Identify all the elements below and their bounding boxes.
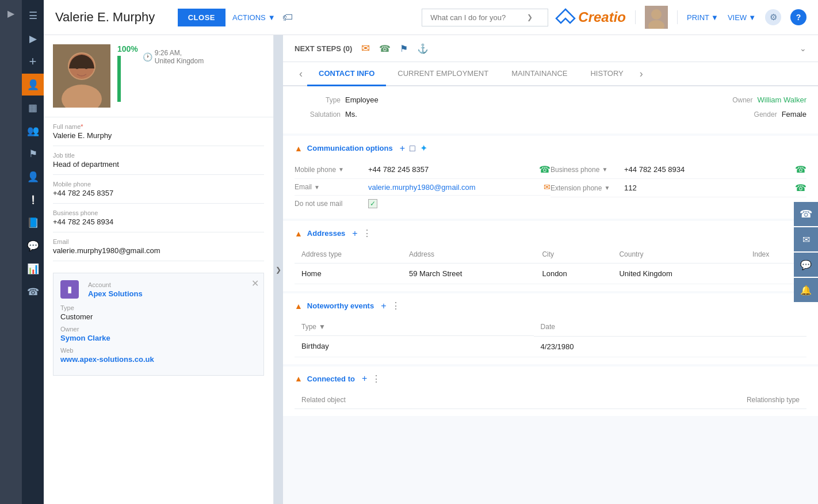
twitter-icon[interactable]: ✦ xyxy=(420,143,427,154)
sidebar-item-opportunities[interactable]: ⚑ xyxy=(22,143,44,165)
creatio-logo-icon xyxy=(555,8,576,25)
email-send-icon[interactable]: ✉ xyxy=(544,182,551,192)
tab-contact-info[interactable]: CONTACT INFO xyxy=(307,62,386,86)
print-button[interactable]: PRINT ▼ xyxy=(687,13,718,22)
addr-col-city: City xyxy=(535,246,612,264)
communication-collapse-icon[interactable]: ▲ xyxy=(295,144,303,153)
sidebar-item-analytics[interactable]: 📊 xyxy=(22,258,44,280)
right-actions: ☎ ✉ 💬 🔔 xyxy=(794,202,818,302)
facebook-icon[interactable]: □ xyxy=(410,143,415,154)
noteworthy-section: ▲ Noteworthy events + ⋮ Type ▼ xyxy=(283,293,818,364)
sidebar-item-alerts[interactable]: ❕ xyxy=(22,189,44,211)
owner-value[interactable]: William Walker xyxy=(758,96,806,104)
addresses-title: Addresses xyxy=(307,229,345,238)
addresses-more-button[interactable]: ⋮ xyxy=(362,228,372,239)
noteworthy-add-button[interactable]: + xyxy=(381,301,386,311)
noteworthy-title: Noteworthy events xyxy=(307,301,374,310)
extension-phone-comm-value: 112 xyxy=(624,184,637,192)
email-comm-value[interactable]: valerie.murphy1980@gmail.com xyxy=(368,183,476,192)
right-chat-button[interactable]: 💬 xyxy=(794,253,818,277)
addr-address-cell: 59 March Street xyxy=(402,264,536,284)
mobile-phone-dropdown[interactable]: ▼ xyxy=(338,166,344,173)
noteworthy-header: ▲ Noteworthy events + ⋮ xyxy=(283,293,818,318)
search-input[interactable] xyxy=(430,13,522,22)
tab-maintainance[interactable]: MAINTAINANCE xyxy=(500,62,579,86)
actions-chevron-icon: ▼ xyxy=(268,13,276,22)
collapse-tab[interactable]: ❯ xyxy=(274,35,283,504)
right-bell-button[interactable]: 🔔 xyxy=(794,278,818,302)
profile-progress: 100% 🕐 9:26 AM, xyxy=(117,44,264,102)
account-close-button[interactable]: ✕ xyxy=(251,278,259,289)
view-button[interactable]: VIEW ▼ xyxy=(728,13,756,22)
sidebar-item-menu[interactable]: ☰ xyxy=(22,5,44,26)
mobile-phone-value: +44 782 245 8357 xyxy=(53,189,264,197)
type-sort-icon[interactable]: ▼ xyxy=(319,323,326,331)
table-row: Home 59 March Street London United Kingd… xyxy=(295,264,806,284)
tab-next-button[interactable]: › xyxy=(635,63,648,85)
sidebar-item-chat[interactable]: 💬 xyxy=(22,235,44,257)
account-name[interactable]: Apex Solutions xyxy=(88,289,143,298)
sidebar-item-users[interactable]: 👤 xyxy=(22,166,44,188)
help-button[interactable]: ? xyxy=(790,9,806,25)
extension-phone-row: Extension phone ▼ 112 ☎ xyxy=(551,179,806,197)
connected-to-section: ▲ Connected to + ⋮ Related object Relati… xyxy=(283,366,818,416)
ne-col-date: Date xyxy=(534,318,806,336)
extension-phone-call-icon[interactable]: ☎ xyxy=(795,182,806,193)
connected-to-table: Related object Relationship type xyxy=(295,391,806,409)
search-box: ❯ xyxy=(422,9,548,26)
addr-col-type: Address type xyxy=(295,246,402,264)
tab-history[interactable]: HISTORY xyxy=(579,62,634,86)
sidebar-item-grid[interactable]: ▦ xyxy=(22,97,44,119)
email-dropdown[interactable]: ▼ xyxy=(314,184,320,190)
email-step-icon[interactable]: ✉ xyxy=(361,42,370,55)
right-email-button[interactable]: ✉ xyxy=(794,227,818,251)
connected-to-collapse-icon[interactable]: ▲ xyxy=(295,374,303,383)
ct-col-related: Related object xyxy=(295,391,533,409)
business-phone-dropdown[interactable]: ▼ xyxy=(602,166,607,173)
mobile-phone-call-icon[interactable]: ☎ xyxy=(539,164,551,175)
tag-icon[interactable]: 🏷 xyxy=(282,12,293,24)
next-steps-expand-icon[interactable]: ⌄ xyxy=(800,44,806,53)
business-phone-call-icon[interactable]: ☎ xyxy=(795,164,806,175)
expand-rail-icon[interactable]: ▶ xyxy=(0,5,22,22)
user-avatar[interactable] xyxy=(645,6,668,29)
search-chevron-icon: ❯ xyxy=(527,13,533,21)
marker-step-icon[interactable]: ⚓ xyxy=(417,43,429,54)
ne-col-type: Type ▼ xyxy=(295,318,534,336)
tab-current-employment[interactable]: CURRENT EMPLOYMENT xyxy=(386,62,500,86)
addresses-header: ▲ Addresses + ⋮ xyxy=(283,221,818,246)
noteworthy-more-button[interactable]: ⋮ xyxy=(391,300,400,311)
addresses-add-button[interactable]: + xyxy=(352,228,357,239)
actions-button[interactable]: ACTIONS ▼ xyxy=(232,13,276,22)
communication-header: ▲ Communication options + □ ✦ xyxy=(283,136,818,161)
basic-info-section: Type Employee Owner William Walker xyxy=(283,86,818,133)
phone-step-icon[interactable]: ☎ xyxy=(379,43,391,54)
communication-add-button[interactable]: + xyxy=(400,143,405,154)
do-not-use-mail-checkbox[interactable]: ✓ xyxy=(368,199,377,208)
settings-button[interactable]: ⚙ xyxy=(765,9,781,25)
salutation-value: Ms. xyxy=(345,110,357,119)
extension-phone-dropdown[interactable]: ▼ xyxy=(604,185,610,191)
sidebar-item-activity[interactable]: ▶ xyxy=(22,28,44,49)
sidebar-item-accounts[interactable]: 👥 xyxy=(22,120,44,142)
account-web-value[interactable]: www.apex-solutions.co.uk xyxy=(60,355,257,364)
connected-to-add-button[interactable]: + xyxy=(362,373,367,384)
close-button[interactable]: CLOSE xyxy=(178,9,225,26)
sidebar-item-add[interactable]: + xyxy=(22,51,44,72)
tab-prev-button[interactable]: ‹ xyxy=(295,63,307,85)
account-owner-value[interactable]: Symon Clarke xyxy=(60,334,257,342)
addresses-collapse-icon[interactable]: ▲ xyxy=(295,229,303,238)
right-phone-button[interactable]: ☎ xyxy=(794,202,818,226)
sidebar-item-phone[interactable]: ☎ xyxy=(22,281,44,303)
view-chevron-icon: ▼ xyxy=(748,13,756,22)
noteworthy-collapse-icon[interactable]: ▲ xyxy=(295,301,303,311)
full-name-field: Full name* Valerie E. Murphy xyxy=(53,117,264,146)
profile-info: Full name* Valerie E. Murphy Job title H… xyxy=(44,117,273,268)
communication-grid: Mobile phone ▼ +44 782 245 8357 ☎ Em xyxy=(295,161,806,212)
content-area: 100% 🕐 9:26 AM, xyxy=(44,35,818,504)
flag-step-icon[interactable]: ⚑ xyxy=(400,43,408,54)
sidebar-item-knowledge[interactable]: 📘 xyxy=(22,212,44,234)
addr-col-address: Address xyxy=(402,246,536,264)
sidebar-item-contacts[interactable]: 👤 xyxy=(22,74,44,96)
connected-to-more-button[interactable]: ⋮ xyxy=(372,373,381,384)
